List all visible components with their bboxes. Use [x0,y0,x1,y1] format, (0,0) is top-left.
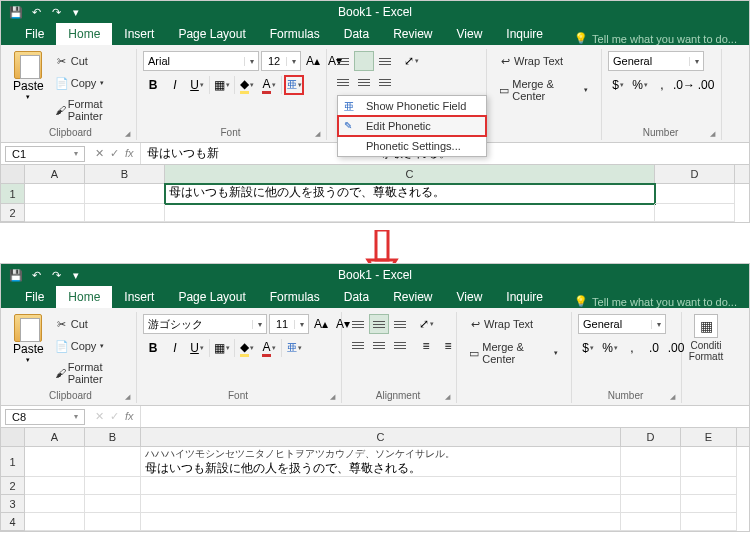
tab-pagelayout-2[interactable]: Page Layout [166,286,257,308]
tab-data[interactable]: Data [332,23,381,45]
comma-button[interactable]: , [652,75,672,95]
cell-B4-2[interactable] [85,513,141,531]
cell-D1[interactable] [655,184,735,204]
comma-button-2[interactable]: , [622,338,642,358]
phonetic-button-2[interactable]: 亜 [284,338,304,358]
merge-center-button-2[interactable]: ▭Merge & Center▾ [463,338,563,368]
menu-phonetic-settings[interactable]: Phonetic Settings... [338,136,486,156]
cell-B3-2[interactable] [85,495,141,513]
cell-B2-2[interactable] [85,477,141,495]
inc-decimal-2[interactable]: .0 [644,338,664,358]
cut-button[interactable]: ✂Cut [50,51,128,71]
select-all-corner[interactable] [1,165,25,183]
phonetic-button[interactable]: 亜 [284,75,304,95]
paste-button[interactable]: Paste ▾ [13,51,44,101]
qat-undo-2[interactable]: ↶ [29,268,43,282]
cell-B2[interactable] [85,204,165,222]
cell-D2-2[interactable] [621,477,681,495]
tab-file-2[interactable]: File [13,286,56,308]
orientation-button[interactable]: ⤢ [401,51,421,71]
italic-button-2[interactable]: I [165,338,185,358]
percent-button[interactable]: % [630,75,650,95]
col-A[interactable]: A [25,165,85,183]
cell-A1[interactable] [25,184,85,204]
cell-D2[interactable] [655,204,735,222]
row-2-header[interactable]: 2 [1,204,25,222]
format-painter-button[interactable]: 🖌Format Painter [50,95,128,125]
dec-decimal-button[interactable]: .00 [696,75,716,95]
tab-review-2[interactable]: Review [381,286,444,308]
font-size-combo[interactable]: ▾ [261,51,301,71]
copy-button-2[interactable]: 📄Copy▾ [50,336,128,356]
qat-redo-2[interactable]: ↷ [49,268,63,282]
cell-C4-2[interactable] [141,513,621,531]
row-1-header[interactable]: 1 [1,184,25,204]
tab-view-2[interactable]: View [445,286,495,308]
tell-me-2[interactable]: 💡Tell me what you want to do... [574,295,737,308]
tell-me[interactable]: 💡Tell me what you want to do... [574,32,737,45]
number-format-combo[interactable]: ▾ [608,51,704,71]
align-top-left[interactable] [333,51,353,71]
merge-center-button[interactable]: ▭Merge & Center▾ [493,75,593,105]
cell-D3-2[interactable] [621,495,681,513]
cell-D1-2[interactable] [621,447,681,477]
tab-review[interactable]: Review [381,23,444,45]
tab-insert[interactable]: Insert [112,23,166,45]
row-2-header-2[interactable]: 2 [1,477,25,495]
bold-button-2[interactable]: B [143,338,163,358]
tab-view[interactable]: View [445,23,495,45]
percent-button-2[interactable]: % [600,338,620,358]
tab-home[interactable]: Home [56,23,112,45]
grow-font-button-2[interactable]: A▴ [311,314,331,334]
wrap-text-button[interactable]: ↩Wrap Text [493,51,568,71]
indent-inc-2[interactable]: ≡ [438,336,458,356]
align-top-right[interactable] [375,51,395,71]
col-E-2[interactable]: E [681,428,737,446]
cell-D4-2[interactable] [621,513,681,531]
col-D-2[interactable]: D [621,428,681,446]
name-box[interactable]: C1▾ [5,146,85,162]
qat-more[interactable]: ▾ [69,5,83,19]
row-4-header-2[interactable]: 4 [1,513,25,531]
indent-dec-2[interactable]: ≡ [416,336,436,356]
qat-redo[interactable]: ↷ [49,5,63,19]
row-1-header-2[interactable]: 1 [1,447,25,477]
select-all-corner-2[interactable] [1,428,25,446]
qat-save-2[interactable]: 💾 [9,268,23,282]
qat-undo[interactable]: ↶ [29,5,43,19]
cell-B1-2[interactable] [85,447,141,477]
cell-A2-2[interactable] [25,477,85,495]
tab-insert-2[interactable]: Insert [112,286,166,308]
col-A-2[interactable]: A [25,428,85,446]
font-size-combo-2[interactable]: ▾ [269,314,309,334]
cell-A1-2[interactable] [25,447,85,477]
tab-home-2[interactable]: Home [56,286,112,308]
align-bottom-center[interactable] [354,72,374,92]
fill-color-button[interactable]: ◆ [237,75,257,95]
cell-E1-2[interactable] [681,447,737,477]
paste-button-2[interactable]: Paste▾ [13,314,44,364]
col-C-2[interactable]: C [141,428,621,446]
tab-data-2[interactable]: Data [332,286,381,308]
cut-button-2[interactable]: ✂Cut [50,314,128,334]
fx-icon[interactable]: fx [125,147,134,160]
font-color-button-2[interactable]: A [259,338,279,358]
cell-C2-2[interactable] [141,477,621,495]
italic-button[interactable]: I [165,75,185,95]
accept-formula-icon[interactable]: ✓ [110,147,119,160]
align-tl-2[interactable] [348,314,368,334]
align-tc-2[interactable] [369,314,389,334]
align-bottom-left[interactable] [333,72,353,92]
currency-button[interactable]: $ [608,75,628,95]
cell-A3-2[interactable] [25,495,85,513]
orientation-button-2[interactable]: ⤢ [416,314,436,334]
cell-C1[interactable]: 母はいつも新設に他の人を扱うので、尊敬される。 [165,184,655,204]
align-bc-2[interactable] [369,335,389,355]
font-color-button[interactable]: A [259,75,279,95]
fill-color-button-2[interactable]: ◆ [237,338,257,358]
format-painter-button-2[interactable]: 🖌Format Painter [50,358,128,388]
align-tr-2[interactable] [390,314,410,334]
copy-button[interactable]: 📄Copy▾ [50,73,128,93]
align-top-center[interactable] [354,51,374,71]
tab-pagelayout[interactable]: Page Layout [166,23,257,45]
